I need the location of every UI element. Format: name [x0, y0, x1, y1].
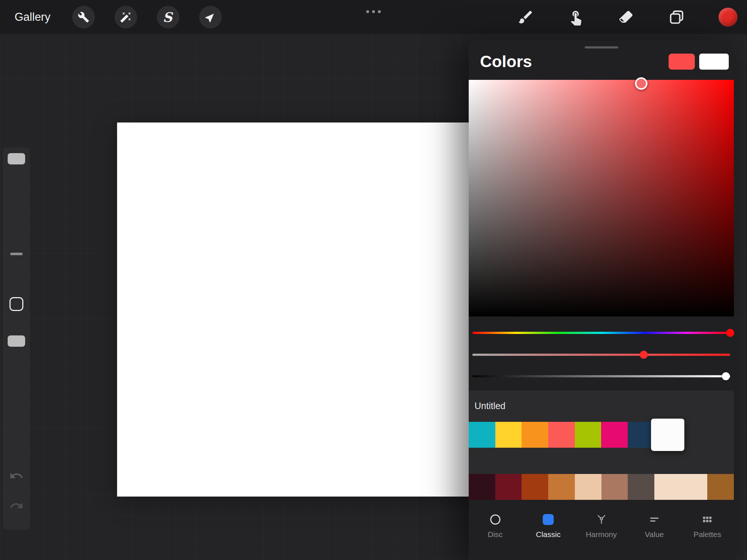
palette-name: Untitled	[475, 401, 506, 411]
palette-swatch[interactable]	[495, 474, 522, 500]
palette-swatch[interactable]	[707, 474, 734, 500]
palette-swatch[interactable]	[575, 422, 601, 448]
smudge-finger-icon	[568, 9, 584, 26]
undo-arrow-icon	[9, 468, 24, 483]
harmony-icon	[596, 514, 607, 525]
saturation-knob[interactable]	[640, 351, 648, 359]
palette-swatch[interactable]	[548, 474, 575, 500]
brightness-slider[interactable]	[472, 375, 730, 377]
palette-swatch[interactable]	[651, 419, 684, 451]
tab-label-classic: Classic	[536, 530, 561, 539]
wrench-icon	[78, 11, 89, 23]
colors-panel: Colors Untitled Disc Classic Harm	[469, 40, 734, 560]
palette-swatch[interactable]	[628, 474, 654, 500]
tab-disc[interactable]: Disc	[469, 509, 522, 555]
active-color-circle	[719, 8, 738, 27]
slider-tick	[10, 253, 23, 255]
palette-swatch[interactable]	[681, 474, 708, 500]
saturation-brightness-square[interactable]	[469, 80, 734, 316]
palette-swatch[interactable]	[575, 474, 601, 500]
redo-button[interactable]	[9, 498, 24, 513]
magic-wand-icon	[120, 11, 132, 23]
transform-button[interactable]	[199, 6, 222, 28]
palettes-grid-icon	[701, 514, 713, 525]
palette-swatch[interactable]	[601, 474, 628, 500]
palette-swatch[interactable]	[522, 422, 548, 448]
palette-swatch[interactable]	[469, 422, 495, 448]
tab-label-palettes: Palettes	[693, 530, 721, 539]
tab-value[interactable]: Value	[628, 509, 681, 555]
layers-button[interactable]	[668, 9, 685, 26]
adjustments-button[interactable]	[115, 6, 137, 28]
brush-icon	[517, 9, 534, 26]
previous-color-swatch[interactable]	[699, 54, 729, 70]
opacity-slider-handle[interactable]	[8, 335, 25, 347]
palette-swatch[interactable]	[495, 422, 522, 448]
brightness-knob[interactable]	[722, 372, 730, 380]
selection-button[interactable]: S	[157, 6, 179, 28]
hue-slider[interactable]	[472, 332, 730, 334]
palette-row-1	[469, 422, 734, 448]
saturation-slider[interactable]	[472, 354, 730, 356]
brush-size-slider-handle[interactable]	[8, 153, 25, 164]
sidebar	[3, 148, 30, 530]
value-icon	[649, 514, 660, 525]
color-picker-knob[interactable]	[635, 77, 647, 90]
layers-icon	[668, 9, 685, 26]
redo-arrow-icon	[9, 498, 24, 513]
top-toolbar: Gallery S	[0, 0, 747, 34]
color-mode-tabs: Disc Classic Harmony Value Pa	[469, 509, 734, 555]
brush-tool-button[interactable]	[517, 9, 534, 26]
transform-arrow-icon	[205, 11, 216, 23]
ellipsis-icon	[366, 10, 369, 13]
active-color-button[interactable]	[719, 8, 738, 27]
current-color-swatch[interactable]	[669, 54, 695, 70]
tab-harmony[interactable]: Harmony	[575, 509, 628, 555]
tab-palettes[interactable]: Palettes	[681, 509, 734, 555]
tab-label-value: Value	[645, 530, 664, 539]
disc-icon	[490, 514, 500, 525]
palette-section: Untitled	[469, 390, 734, 500]
classic-icon	[543, 514, 554, 525]
smudge-tool-button[interactable]	[568, 9, 584, 26]
tab-label-disc: Disc	[488, 530, 503, 539]
hue-knob[interactable]	[726, 329, 734, 337]
palette-swatch[interactable]	[628, 422, 654, 448]
palette-swatch[interactable]	[654, 474, 681, 500]
selection-s-icon: S	[163, 11, 174, 24]
palette-swatch[interactable]	[469, 474, 495, 500]
panel-drag-handle[interactable]	[585, 46, 618, 48]
actions-button[interactable]	[72, 6, 95, 28]
tab-classic[interactable]: Classic	[522, 509, 574, 555]
palette-swatch[interactable]	[601, 422, 628, 448]
eraser-tool-button[interactable]	[618, 9, 635, 26]
gallery-button[interactable]: Gallery	[15, 11, 50, 24]
more-options-button[interactable]	[364, 8, 383, 15]
palette-swatch[interactable]	[548, 422, 575, 448]
modify-button[interactable]	[9, 297, 23, 311]
palette-swatch[interactable]	[522, 474, 548, 500]
palette-row-2	[469, 474, 734, 500]
panel-title: Colors	[480, 51, 532, 72]
eraser-icon	[618, 9, 635, 26]
tab-label-harmony: Harmony	[586, 530, 617, 539]
drawing-canvas[interactable]	[117, 122, 496, 497]
undo-button[interactable]	[9, 468, 24, 483]
